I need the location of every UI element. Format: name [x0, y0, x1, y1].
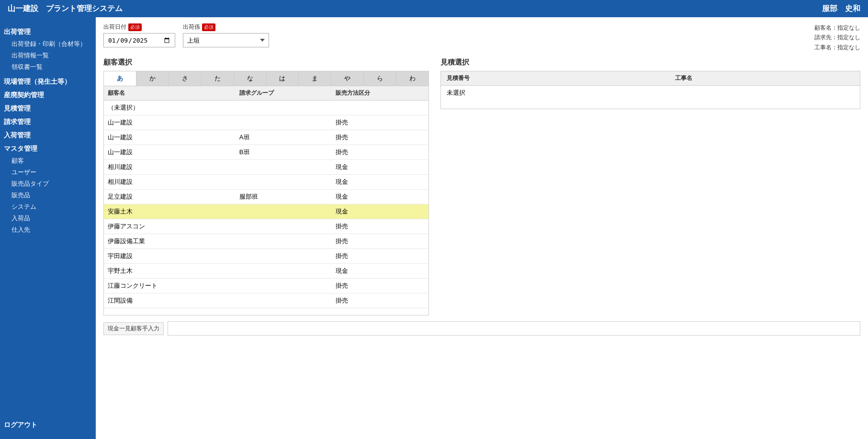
table-row[interactable]: 宇野土木現金: [104, 264, 428, 279]
estimate-table-head: 見積番号 工事名: [441, 71, 860, 86]
sidebar-item[interactable]: システム: [4, 201, 92, 213]
col-construction-name: 工事名: [669, 71, 860, 86]
sidebar-item[interactable]: 販売品タイプ: [4, 178, 92, 190]
billing-info: 請求先：指定なし: [814, 33, 860, 42]
col-customer-name: 顧客名: [104, 86, 236, 101]
sidebar-item[interactable]: 顧客: [4, 155, 92, 167]
table-row[interactable]: 相川建設現金: [104, 175, 428, 190]
table-cell: 山一建設: [104, 115, 236, 130]
table-cell: 伊藤アスコン: [104, 219, 236, 234]
table-cell: 現金: [332, 264, 428, 279]
table-cell: [332, 101, 428, 115]
table-row[interactable]: （未選択）: [104, 101, 428, 115]
person-label: 出荷係: [183, 23, 200, 31]
table-cell: [236, 234, 332, 249]
table-cell: 掛売: [332, 145, 428, 160]
kana-tab[interactable]: や: [331, 71, 364, 86]
table-cell: 掛売: [332, 219, 428, 234]
kana-tab[interactable]: あ: [104, 71, 136, 86]
customer-panel-title: 顧客選択: [103, 58, 429, 67]
kana-tab[interactable]: た: [202, 71, 234, 86]
kana-tab[interactable]: ら: [364, 71, 396, 86]
table-row[interactable]: 宇田建設掛売: [104, 249, 428, 264]
main-content: 出荷日付 必須 出荷係 必須 上垣 顧客名：指定なし 請求先：指定なし 工事名：…: [96, 17, 868, 439]
table-cell: 伊藤設備工業: [104, 234, 236, 249]
table-cell: 安藤土木: [104, 204, 236, 219]
estimate-table-body: 未選択: [441, 86, 860, 101]
person-select[interactable]: 上垣: [183, 33, 269, 47]
kana-tab[interactable]: は: [267, 71, 299, 86]
table-row[interactable]: 江間設備掛売: [104, 293, 428, 308]
table-cell: 宇田建設: [104, 249, 236, 264]
customer-info: 顧客名：指定なし: [814, 23, 860, 33]
table-cell: [236, 101, 332, 115]
construction-info: 工事名：指定なし: [814, 43, 860, 52]
customer-table: 顧客名 請求グループ 販売方法区分 （未選択）山一建設掛売山一建設A班掛売山一建…: [104, 86, 428, 308]
sidebar-item[interactable]: 出荷登録・印刷（合材等）: [4, 38, 92, 50]
col-billing-group: 請求グループ: [236, 86, 332, 101]
date-input[interactable]: [103, 33, 175, 47]
table-row[interactable]: 江藤コンクリート掛売: [104, 279, 428, 293]
table-row[interactable]: 山一建設B班掛売: [104, 145, 428, 160]
kana-tab[interactable]: さ: [169, 71, 202, 86]
table-row[interactable]: 山一建設掛売: [104, 115, 428, 130]
estimate-table-wrapper: 見積番号 工事名 未選択: [440, 71, 860, 109]
kana-tab[interactable]: な: [234, 71, 267, 86]
table-cell: 山一建設: [104, 130, 236, 145]
kana-tab[interactable]: ま: [299, 71, 331, 86]
cash-customer-input[interactable]: [168, 321, 860, 336]
table-row[interactable]: 山一建設A班掛売: [104, 130, 428, 145]
table-cell: 宇野土木: [104, 264, 236, 279]
table-cell: 未選択: [441, 86, 669, 101]
sidebar-item[interactable]: ユーザー: [4, 167, 92, 178]
table-cell: 掛売: [332, 130, 428, 145]
table-cell: [236, 293, 332, 308]
sidebar-item[interactable]: 出荷情報一覧: [4, 50, 92, 61]
table-row[interactable]: 安藤土木現金: [104, 204, 428, 219]
table-cell: 江藤コンクリート: [104, 279, 236, 293]
table-cell: 足立建設: [104, 190, 236, 204]
table-cell: [236, 115, 332, 130]
table-cell: 現金: [332, 160, 428, 175]
table-cell: 現金: [332, 175, 428, 190]
sidebar-item[interactable]: 仕入先: [4, 224, 92, 236]
table-cell: 掛売: [332, 115, 428, 130]
table-cell: （未選択）: [104, 101, 236, 115]
table-cell: 掛売: [332, 249, 428, 264]
estimate-panel-title: 見積選択: [440, 58, 860, 67]
sidebar-logout[interactable]: ログアウト: [4, 417, 92, 433]
col-estimate-number: 見積番号: [441, 71, 669, 86]
sidebar-section-title: 見積管理: [4, 104, 92, 113]
table-cell: [236, 204, 332, 219]
table-cell: 掛売: [332, 234, 428, 249]
table-cell: B班: [236, 145, 332, 160]
date-label-row: 出荷日付 必須: [103, 23, 175, 31]
kana-tab[interactable]: か: [136, 71, 169, 86]
table-row[interactable]: 伊藤設備工業掛売: [104, 234, 428, 249]
table-cell: 相川建設: [104, 175, 236, 190]
sidebar-section-title: 現場管理（発生土等）: [4, 78, 92, 86]
sidebar-item[interactable]: 入荷品: [4, 213, 92, 224]
sidebar-item[interactable]: 領収書一覧: [4, 61, 92, 73]
sidebar-section-title: 入荷管理: [4, 131, 92, 140]
user-name: 服部 史和: [822, 4, 860, 14]
table-row[interactable]: 伊藤アスコン掛売: [104, 219, 428, 234]
table-cell: [236, 279, 332, 293]
table-cell: 掛売: [332, 279, 428, 293]
table-cell: 現金: [332, 190, 428, 204]
table-cell: [236, 219, 332, 234]
kana-tab[interactable]: わ: [396, 71, 428, 86]
table-cell: 服部班: [236, 190, 332, 204]
table-cell: 山一建設: [104, 145, 236, 160]
table-row[interactable]: 足立建設服部班現金: [104, 190, 428, 204]
person-label-row: 出荷係 必須: [183, 23, 269, 31]
sidebar-item[interactable]: 販売品: [4, 190, 92, 201]
app-title: 山一建設 プラント管理システム: [8, 4, 123, 14]
content-area: 顧客選択 あかさたなはまやらわ 顧客名 請求グループ 販売方法区分: [103, 58, 860, 315]
customer-table-wrapper[interactable]: 顧客名 請求グループ 販売方法区分 （未選択）山一建設掛売山一建設A班掛売山一建…: [103, 86, 429, 315]
kana-tabs: あかさたなはまやらわ: [103, 71, 429, 86]
table-row[interactable]: 相川建設現金: [104, 160, 428, 175]
table-row[interactable]: 未選択: [441, 86, 860, 101]
sidebar-section-title: 出荷管理: [4, 28, 92, 36]
sidebar-section-title: 請求管理: [4, 118, 92, 126]
